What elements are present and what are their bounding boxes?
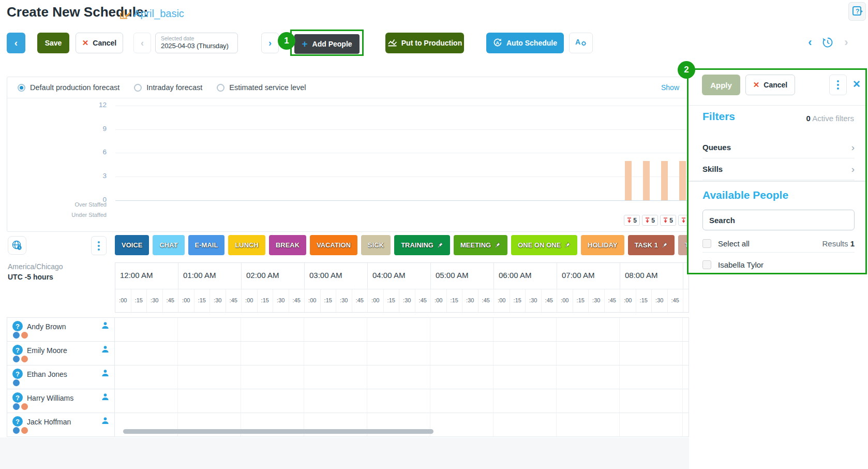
legend-chip-e-mail[interactable]: E-MAIL [188, 235, 225, 255]
understaffed-count: 5 [633, 217, 637, 224]
select-all-checkbox[interactable] [702, 239, 711, 248]
schedule-row[interactable] [115, 318, 689, 342]
redo-button[interactable]: › [839, 35, 854, 50]
radio-icon[interactable] [18, 84, 25, 92]
quarter-cell: :15 [636, 289, 652, 312]
quarter-cell: :15 [258, 289, 274, 312]
schedule-row[interactable] [115, 365, 689, 389]
legend-chip-one-on-one[interactable]: ONE ON ONE [511, 235, 577, 255]
radio-icon[interactable] [134, 84, 142, 92]
person-profile-button[interactable] [101, 393, 109, 403]
quarter-cell: :00 [494, 289, 510, 312]
forecast-chart-card: Default production forecastIntraday fore… [7, 77, 689, 232]
help-button[interactable]: ? [848, 2, 866, 21]
quarter-cell: :30 [462, 289, 478, 312]
chart-gridline [115, 200, 689, 201]
horizontal-scrollbar[interactable] [123, 429, 433, 434]
legend-chip-task-2[interactable]: TASK 2 [678, 235, 687, 255]
radio-icon[interactable] [217, 84, 225, 92]
person-icon [101, 369, 109, 377]
legend-menu-button[interactable] [91, 236, 107, 255]
available-person-row[interactable]: Isabella Tylor [702, 256, 855, 273]
quarter-cell: :30 [147, 289, 163, 312]
save-button[interactable]: Save [37, 33, 69, 53]
people-column: ?Andy Brown?Emily Moore?Ethan Jones?Harr… [7, 317, 115, 437]
y-axis-tick: 9 [69, 125, 107, 133]
active-filters-label: Active filters [812, 114, 854, 123]
back-button[interactable]: ‹ [7, 33, 25, 53]
put-to-production-button[interactable]: Put to Production [385, 33, 464, 53]
legend-chip-voice[interactable]: VOICE [115, 235, 149, 255]
person-info-icon[interactable]: ? [12, 369, 23, 379]
previous-date-button[interactable]: ‹ [133, 33, 151, 53]
timezone-globe-button[interactable] [8, 236, 26, 255]
person-info-icon[interactable]: ? [12, 392, 23, 403]
legend-chip-training[interactable]: TRAINING [394, 235, 450, 255]
person-info-icon[interactable]: ? [12, 416, 23, 427]
quarter-cell: :15 [573, 289, 589, 312]
next-date-button[interactable]: › [261, 33, 279, 53]
panel-close-button[interactable]: ✕ [852, 78, 861, 90]
legend-chip-task-1[interactable]: TASK 1 [628, 235, 675, 255]
legend-chip-label: VACATION [317, 241, 351, 249]
quarter-cell: :15 [194, 289, 211, 312]
undo-icon: ‹ [808, 36, 812, 49]
a-gear-icon: A [574, 37, 588, 49]
legend-chip-break[interactable]: BREAK [269, 235, 306, 255]
redo-icon: › [844, 36, 848, 49]
legend-chip-sick[interactable]: SICK [361, 235, 391, 255]
person-profile-button[interactable] [101, 417, 109, 427]
auto-schedule-settings-button[interactable]: A [569, 33, 593, 53]
chevron-right-icon: › [268, 38, 272, 49]
legend-chip-holiday[interactable]: HOLIDAY [581, 235, 624, 255]
auto-schedule-button[interactable]: A Auto Schedule [486, 33, 564, 53]
person-profile-button[interactable] [101, 369, 109, 379]
person-checkbox[interactable] [702, 260, 711, 269]
channel-dots [13, 356, 28, 362]
divider [689, 105, 865, 106]
quarter-cell: :15 [321, 289, 337, 312]
skills-label: Skills [702, 165, 723, 173]
available-people-title: Available People [702, 189, 788, 201]
put-to-production-icon [387, 38, 397, 48]
filter-section-skills[interactable]: Skills › [702, 158, 855, 180]
legend-chip-vacation[interactable]: VACATION [310, 235, 357, 255]
undo-button[interactable]: ‹ [803, 35, 817, 50]
chevron-right-icon: › [851, 142, 855, 153]
hour-cell: 06:00 AM [494, 263, 557, 289]
person-info-icon[interactable]: ? [12, 345, 23, 355]
select-all-row[interactable]: Select all Results 1 [702, 236, 855, 251]
legend-chip-lunch[interactable]: LUNCH [228, 235, 265, 255]
history-button[interactable] [820, 35, 835, 50]
apply-button[interactable]: Apply [702, 75, 740, 95]
legend-chip-chat[interactable]: CHAT [153, 235, 184, 255]
selected-date-field[interactable]: Selected date 2025-04-03 (Thursday) [155, 33, 238, 53]
add-people-button[interactable]: + Add People [294, 34, 360, 54]
schedule-row[interactable] [115, 389, 689, 413]
person-profile-button[interactable] [101, 321, 109, 331]
panel-menu-button[interactable] [829, 75, 847, 95]
legend-chip-meeting[interactable]: MEETING [454, 235, 507, 255]
show-link[interactable]: Show [661, 83, 679, 92]
understaffed-arrow-icon [681, 217, 686, 224]
available-people-list: Isabella Tylor [702, 256, 855, 273]
filter-section-queues[interactable]: Queues › [702, 137, 855, 158]
forecast-option-2[interactable]: Estimated service level [217, 83, 306, 92]
forecast-option-label: Default production forecast [30, 83, 119, 92]
forecast-option-0[interactable]: Default production forecast [18, 83, 119, 92]
person-row: ?Ethan Jones [7, 365, 114, 389]
person-info-icon[interactable]: ? [12, 321, 23, 331]
legend-chip-label: CHAT [159, 241, 177, 249]
chevron-right-icon: › [851, 164, 855, 175]
forecast-option-1[interactable]: Intraday forecast [134, 83, 202, 92]
quarter-cell: :30 [273, 289, 289, 312]
legend-chip-label: HOLIDAY [588, 241, 617, 249]
person-name: Emily Moore [27, 346, 67, 355]
person-profile-button[interactable] [101, 345, 109, 355]
help-icon: ? [851, 6, 863, 17]
panel-cancel-button[interactable]: ✕ Cancel [745, 75, 795, 95]
schedule-row[interactable] [115, 342, 689, 365]
cancel-button[interactable]: ✕ Cancel [76, 33, 123, 53]
schedule-name-link[interactable]: April_basic [133, 8, 184, 20]
search-input[interactable] [702, 210, 855, 230]
